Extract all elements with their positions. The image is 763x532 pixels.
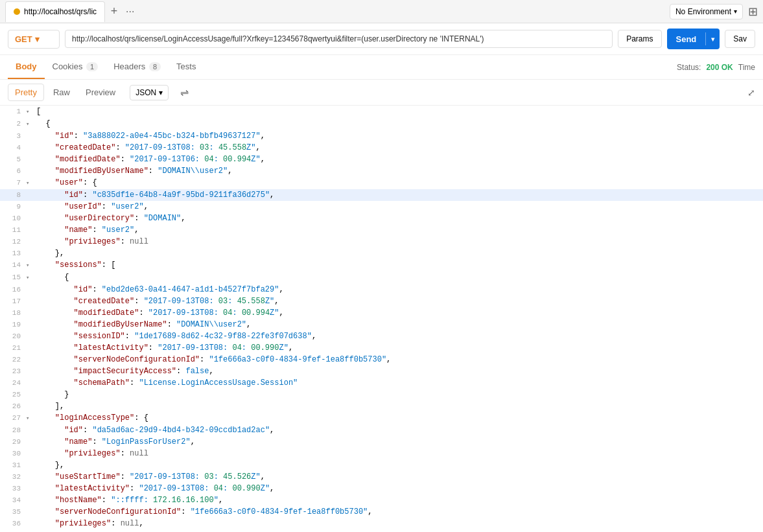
headers-badge: 8 — [149, 62, 161, 71]
line-number: 7 — [0, 177, 26, 189]
params-button[interactable]: Params — [618, 30, 661, 48]
fold-arrow — [26, 365, 34, 366]
format-selector[interactable]: JSON ▾ — [130, 85, 169, 100]
fold-arrow[interactable]: ▾ — [26, 118, 34, 130]
line-number: 18 — [0, 307, 26, 319]
json-line: 1▾[ — [0, 106, 763, 118]
line-content: "id": "ebd2de63-0a41-4647-a1d1-b4527f7bf… — [34, 284, 763, 295]
line-number: 19 — [0, 319, 26, 330]
fold-arrow — [26, 236, 34, 237]
json-line: 11 "name": "user2", — [0, 224, 763, 236]
line-number: 2 — [0, 118, 26, 130]
send-label: Send — [667, 34, 706, 44]
fold-arrow — [26, 389, 34, 389]
environment-selector[interactable]: No Environment ▾ — [670, 4, 743, 19]
fold-arrow[interactable]: ▾ — [26, 259, 34, 272]
format-raw[interactable]: Raw — [47, 84, 76, 100]
fold-arrow[interactable]: ▾ — [26, 177, 34, 189]
method-label: GET — [15, 34, 32, 44]
line-content: "latestActivity": "2017-09-13T08: 04: 00… — [34, 342, 763, 354]
fold-arrow — [26, 436, 34, 437]
json-line: 29 "name": "LoginPassForUser2", — [0, 436, 763, 448]
json-line: 6 "modifiedByUserName": "DOMAIN\\user2", — [0, 165, 763, 177]
fold-arrow — [26, 459, 34, 460]
fold-arrow — [26, 248, 34, 248]
format-preview[interactable]: Preview — [79, 84, 122, 100]
json-line: 5 "modifiedDate": "2017-09-13T06: 04: 00… — [0, 154, 763, 165]
json-line: 31 }, — [0, 459, 763, 471]
line-number: 5 — [0, 154, 26, 165]
json-line: 18 "modifiedDate": "2017-09-13T08: 04: 0… — [0, 307, 763, 319]
save-button[interactable]: Sav — [725, 30, 755, 48]
fold-arrow — [26, 154, 34, 154]
line-number: 22 — [0, 354, 26, 365]
line-content: "serverNodeConfigurationId": "1fe666a3-c… — [34, 506, 763, 518]
method-selector[interactable]: GET ▾ — [8, 30, 60, 49]
line-content: "serverNodeConfigurationId": "1fe666a3-c… — [34, 354, 763, 365]
line-number: 30 — [0, 448, 26, 459]
line-content: } — [34, 389, 763, 400]
line-content: "privileges": null, — [34, 518, 763, 529]
expand-icon[interactable]: ⤢ — [747, 87, 755, 98]
json-line: 27▾ "loginAccessType": { — [0, 412, 763, 424]
line-content: "name": "user2", — [34, 224, 763, 236]
fold-arrow — [26, 448, 34, 448]
fold-arrow — [26, 319, 34, 319]
send-button[interactable]: Send ▾ — [667, 29, 720, 49]
status-value: 200 OK — [706, 63, 733, 72]
json-line: 3 "id": "3a888022-a0e4-45bc-b324-bbfb496… — [0, 130, 763, 142]
json-line: 26 ], — [0, 400, 763, 412]
line-content: "loginAccessType": { — [34, 412, 763, 424]
line-number: 4 — [0, 142, 26, 154]
json-line: 13 }, — [0, 248, 763, 259]
tab-tests[interactable]: Tests — [169, 55, 204, 79]
fold-arrow — [26, 424, 34, 425]
tab-cookies[interactable]: Cookies 1 — [45, 55, 106, 79]
json-line: 35 "serverNodeConfigurationId": "1fe666a… — [0, 506, 763, 518]
json-line: 12 "privileges": null — [0, 236, 763, 248]
line-number: 17 — [0, 295, 26, 307]
new-tab-button[interactable]: + — [105, 3, 123, 21]
more-tabs-button[interactable]: ··· — [123, 3, 137, 20]
browser-tab[interactable]: http://localhost/qrs/lic — [5, 1, 105, 22]
line-content: "privileges": null — [34, 236, 763, 248]
tab-body[interactable]: Body — [8, 55, 45, 79]
line-content: "user": { — [34, 177, 763, 189]
line-number: 27 — [0, 412, 26, 424]
json-line: 34 "hostName": "::ffff: 172.16.16.100", — [0, 494, 763, 506]
url-input[interactable] — [65, 30, 613, 48]
fold-arrow[interactable]: ▾ — [26, 106, 34, 118]
cookies-badge: 1 — [86, 62, 98, 71]
json-line: 23 "impactSecurityAccess": false, — [0, 365, 763, 377]
line-number: 33 — [0, 483, 26, 494]
line-number: 11 — [0, 224, 26, 236]
wrap-icon[interactable]: ⇌ — [176, 84, 193, 101]
line-content: }, — [34, 248, 763, 259]
fold-arrow — [26, 506, 34, 507]
request-tabs: Body Cookies 1 Headers 8 Tests Status: 2… — [0, 55, 763, 80]
tab-headers[interactable]: Headers 8 — [106, 55, 169, 79]
line-content: "modifiedByUserName": "DOMAIN\\user2", — [34, 165, 763, 177]
line-number: 23 — [0, 365, 26, 377]
line-number: 8 — [0, 189, 26, 201]
line-content: "sessions": [ — [34, 259, 763, 271]
line-content: "schemaPath": "License.LoginAccessUsage.… — [34, 377, 763, 389]
line-number: 34 — [0, 494, 26, 506]
json-line: 21 "latestActivity": "2017-09-13T08: 04:… — [0, 342, 763, 354]
line-content: "modifiedByUserName": "DOMAIN\\user2", — [34, 319, 763, 330]
json-line: 33 "latestActivity": "2017-09-13T08: 04:… — [0, 483, 763, 494]
send-dropdown-icon[interactable]: ▾ — [706, 36, 720, 43]
fold-arrow[interactable]: ▾ — [26, 272, 34, 284]
fold-arrow — [26, 142, 34, 143]
line-number: 25 — [0, 389, 26, 400]
json-line: 17 "createdDate": "2017-09-13T08: 03: 45… — [0, 295, 763, 307]
fold-arrow — [26, 483, 34, 483]
json-viewer: 1▾[2▾ {3 "id": "3a888022-a0e4-45bc-b324-… — [0, 106, 763, 529]
json-line: 30 "privileges": null — [0, 448, 763, 459]
fold-arrow[interactable]: ▾ — [26, 412, 34, 424]
tab-dot — [14, 8, 20, 15]
line-content: "hostName": "::ffff: 172.16.16.100", — [34, 494, 763, 506]
format-pretty[interactable]: Pretty — [8, 84, 44, 101]
json-line: 24 "schemaPath": "License.LoginAccessUsa… — [0, 377, 763, 389]
sidebar-toggle-icon[interactable]: ⊞ — [748, 5, 758, 19]
